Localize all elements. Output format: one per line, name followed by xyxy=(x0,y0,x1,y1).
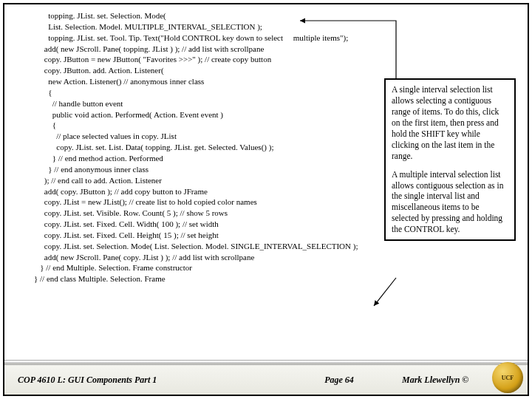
slide-footer: COP 4610 L: GUI Components Part 1 Page 6… xyxy=(4,363,528,395)
code-line: } // end Multiple. Selection. Frame cons… xyxy=(34,262,513,273)
code-line: } // end class Multiple. Selection. Fram… xyxy=(34,273,513,284)
slide-page: topping. JList. set. Selection. Mode( Li… xyxy=(3,3,529,396)
code-line: add( new JScroll. Pane( copy. JList ) );… xyxy=(34,252,513,263)
code-line: copy. JButton = new JButton( "Favorites … xyxy=(34,54,513,65)
code-line: add( new JScroll. Pane( topping. JList )… xyxy=(34,44,513,55)
annotation-paragraph: A single interval selection list allows … xyxy=(392,84,508,162)
annotation-paragraph: A multiple interval selection list allow… xyxy=(392,169,508,236)
code-line: copy. JList. set. Selection. Mode( List.… xyxy=(34,241,513,252)
code-line: copy. JButton. add. Action. Listener( xyxy=(34,65,513,76)
code-line: topping. JList. set. Selection. Mode( xyxy=(34,10,513,21)
code-line: topping. JList. set. Tool. Tip. Text("Ho… xyxy=(34,33,513,44)
ucf-logo-icon: UCF xyxy=(492,362,523,393)
footer-course: COP 4610 L: GUI Components Part 1 xyxy=(4,375,284,386)
annotation-callout: A single interval selection list allows … xyxy=(384,78,516,241)
code-line: List. Selection. Model. MULTIPLE_INTERVA… xyxy=(34,21,513,33)
footer-page: Page 64 xyxy=(284,375,395,386)
